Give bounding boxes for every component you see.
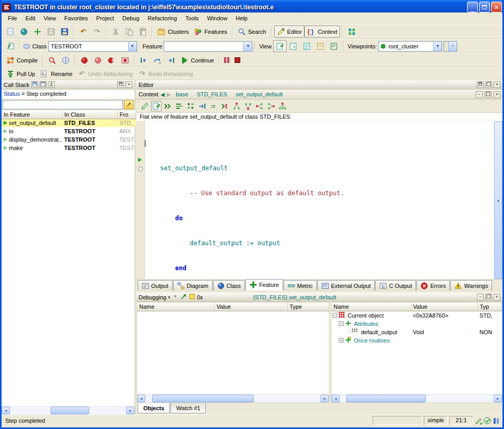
editable-view-button[interactable]: [151, 101, 162, 111]
menu-debug[interactable]: Debug: [118, 14, 143, 23]
cut-button[interactable]: [109, 26, 122, 37]
objects-hscrollbar[interactable]: ◂ ▸: [331, 394, 502, 402]
tab-feature[interactable]: Feature: [245, 279, 283, 291]
watch-empty-area[interactable]: [137, 311, 329, 395]
menu-help[interactable]: Help: [231, 14, 252, 23]
analyze-button[interactable]: [45, 54, 59, 66]
call-stack-row[interactable]: set_output_default STD_FILES STD_: [2, 119, 136, 127]
call-stack-close-icon[interactable]: ×: [126, 81, 132, 88]
scroll-right-icon[interactable]: ▸: [494, 395, 502, 402]
context-minimize-icon[interactable]: −: [476, 91, 483, 98]
objects-col-type[interactable]: Typ: [477, 302, 502, 311]
expand-icon[interactable]: +: [339, 338, 343, 343]
call-stack-hscrollbar[interactable]: ◂ ▸: [2, 406, 134, 414]
code-area[interactable]: set_output_default -- Use standard outpu…: [137, 121, 502, 279]
paste-button[interactable]: [136, 26, 150, 37]
menu-favorites[interactable]: Favorites: [60, 14, 92, 23]
save-button[interactable]: [44, 26, 58, 37]
object-row-attributes[interactable]: − Attributes: [331, 320, 502, 328]
col-in-feature[interactable]: In Feature: [2, 110, 62, 119]
scroll-left-icon[interactable]: ◂: [331, 395, 340, 402]
external-commands-button[interactable]: [345, 26, 359, 37]
pull-up-button[interactable]: Pull Up: [4, 68, 38, 80]
info-button[interactable]: i: [59, 54, 72, 66]
tab-output[interactable]: Output: [138, 280, 173, 291]
disable-breakpoints-button[interactable]: [91, 54, 105, 66]
viewpoints-combobox-arrow[interactable]: ▼: [433, 42, 441, 51]
context-close-icon[interactable]: ×: [494, 91, 500, 98]
call-stack-float-icon[interactable]: [117, 81, 124, 88]
edit-feature-button[interactable]: [140, 101, 150, 111]
class-combobox-arrow[interactable]: ▼: [128, 42, 137, 51]
scroll-thumb[interactable]: [152, 395, 254, 402]
scroll-thumb[interactable]: [51, 407, 89, 414]
run-breakpoints-button[interactable]: [78, 54, 91, 66]
tab-diagram[interactable]: Diagram: [173, 280, 213, 291]
collapse-icon[interactable]: −: [333, 313, 337, 318]
descendants-button[interactable]: [243, 101, 253, 111]
breadcrumb-feature[interactable]: set_output_default: [232, 91, 286, 97]
editor-vscrollbar[interactable]: ▴ ▾: [494, 121, 502, 279]
objects-col-name[interactable]: Name: [331, 302, 411, 311]
history-back-icon[interactable]: ◀: [161, 92, 165, 97]
pause-button[interactable]: [222, 54, 232, 66]
scroll-left-icon[interactable]: ◂: [2, 407, 10, 414]
code-text[interactable]: set_output_default -- Use standard outpu…: [145, 122, 494, 279]
tab-c-output[interactable]: CC Output: [375, 280, 416, 291]
assigners-button[interactable]: :=: [208, 101, 219, 111]
col-in-class[interactable]: In Class: [62, 110, 117, 119]
open-file-button[interactable]: [17, 26, 31, 37]
scroll-left-icon[interactable]: ◂: [137, 395, 145, 402]
col-from[interactable]: Fro: [117, 110, 136, 119]
call-stack-window-icon[interactable]: [40, 81, 46, 88]
menu-refactoring[interactable]: Refactoring: [143, 14, 181, 23]
feature-list-button[interactable]: [174, 101, 185, 111]
stop-button[interactable]: [232, 54, 243, 66]
close-button[interactable]: ×: [491, 2, 502, 12]
scroll-right-icon[interactable]: ▸: [321, 395, 329, 402]
redo-button[interactable]: ↷: [90, 26, 104, 37]
view-interface-button[interactable]: [327, 40, 341, 52]
breakable-point-icon[interactable]: [138, 167, 143, 171]
call-stack-row[interactable]: io TESTROOT ANY: [2, 127, 136, 135]
tab-metric[interactable]: Metric: [284, 280, 317, 291]
context-button[interactable]: {}Context: [304, 26, 340, 37]
object-row-current[interactable]: − Current object <0x32A8760> STD,: [331, 311, 502, 320]
add-item-button[interactable]: [31, 26, 44, 37]
call-stack-row[interactable]: make TESTROOT TEST: [2, 144, 136, 152]
debugging-menu-arrow-icon[interactable]: ▾: [168, 295, 170, 300]
redo-refactoring-button[interactable]: ↷Redo Refactoring: [136, 68, 196, 80]
tab-objects[interactable]: Objects: [138, 403, 170, 413]
undo-refactoring-button[interactable]: ↶Undo Refactoring: [75, 68, 136, 80]
context-maximize-icon[interactable]: [485, 91, 491, 98]
watch-col-value[interactable]: Value: [214, 302, 287, 311]
hex-format-label[interactable]: 0x: [197, 294, 203, 300]
call-stack-row[interactable]: display_demonstrat... TESTROOT TEST: [2, 135, 136, 144]
breadcrumb-cluster[interactable]: base: [173, 91, 191, 97]
debugging-close-icon[interactable]: ×: [172, 294, 179, 300]
tab-watch-1[interactable]: Watch #1: [170, 403, 206, 413]
tab-errors[interactable]: Errors: [416, 280, 450, 291]
grab-object-icon[interactable]: [180, 294, 187, 300]
search-button[interactable]: Search: [235, 26, 269, 37]
menu-file[interactable]: File: [4, 14, 21, 23]
minimize-button[interactable]: _: [467, 2, 478, 12]
feature-combobox-arrow[interactable]: ▼: [243, 42, 252, 51]
features-button[interactable]: Features: [191, 26, 229, 37]
go-to-definition-button[interactable]: [197, 101, 207, 111]
undo-button[interactable]: ↶: [77, 26, 90, 37]
scroll-thumb[interactable]: [346, 395, 426, 402]
watch-col-name[interactable]: Name: [137, 302, 214, 311]
debugging-maximize-icon[interactable]: [485, 294, 492, 300]
editor-button[interactable]: Editor: [274, 26, 305, 37]
feature-symbols-button[interactable]: [186, 101, 196, 111]
copy-button[interactable]: [122, 26, 136, 37]
editor-float-icon[interactable]: [477, 81, 484, 88]
tab-class[interactable]: Class: [213, 280, 245, 291]
scroll-up-icon[interactable]: ▴: [494, 121, 502, 279]
ancestors-button[interactable]: [231, 101, 242, 111]
collapse-icon[interactable]: −: [339, 321, 343, 326]
debugging-panel-close-icon[interactable]: ×: [494, 294, 500, 300]
step-out-button[interactable]: [164, 54, 178, 66]
restore-button[interactable]: [479, 2, 490, 12]
